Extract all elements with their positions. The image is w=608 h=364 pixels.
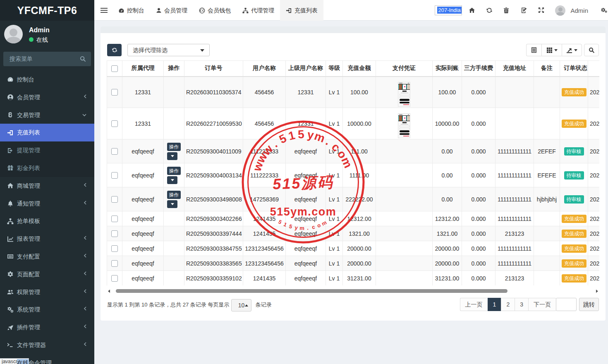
svg-text:o: o [316,222,322,229]
svg-text:515源码: 515源码 [273,173,334,192]
svg-text:.: . [306,225,309,231]
svg-text:1: 1 [287,129,297,143]
svg-text:1: 1 [282,221,288,228]
svg-text:y: y [294,224,299,231]
svg-text:515ym.com: 515ym.com [270,206,337,218]
svg-text:c: c [311,224,316,230]
svg-text:m: m [321,219,328,227]
svg-text:5: 5 [277,218,283,225]
svg-text:5: 5 [298,128,305,141]
svg-text:m: m [299,225,304,231]
svg-text:5: 5 [288,223,293,230]
svg-text:5: 5 [277,132,288,146]
